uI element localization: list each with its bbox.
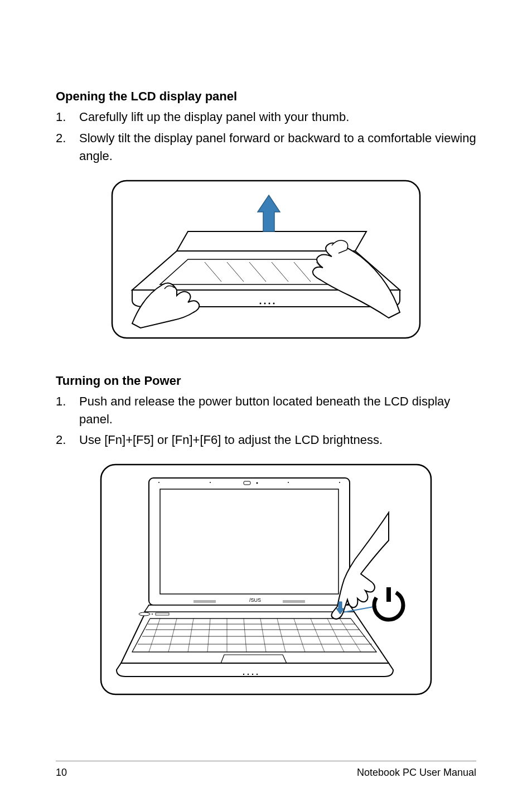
svg-point-43 (252, 674, 253, 675)
svg-point-41 (243, 674, 244, 675)
svg-rect-47 (386, 587, 391, 602)
section2-title: Turning on the Power (56, 374, 476, 388)
figure-open-lid (56, 178, 476, 340)
laptop-open-illustration (110, 178, 422, 340)
svg-point-19 (288, 482, 289, 483)
svg-point-9 (264, 302, 266, 304)
figure-power-on: /SUS (56, 462, 476, 697)
svg-point-8 (260, 302, 262, 304)
list-item: 1. Push and release the power button loc… (56, 393, 476, 428)
list-item: 1. Carefully lift up the display panel w… (56, 108, 476, 126)
svg-point-16 (257, 482, 258, 484)
section1-list: 1. Carefully lift up the display panel w… (56, 108, 476, 165)
list-number: 1. (56, 108, 79, 126)
list-text: Slowly tilt the display panel forward or… (79, 129, 476, 165)
section2-list: 1. Push and release the power button loc… (56, 393, 476, 450)
svg-point-18 (210, 482, 211, 483)
svg-rect-14 (160, 489, 338, 594)
svg-point-25 (152, 613, 153, 615)
svg-point-17 (158, 482, 159, 483)
svg-point-24 (139, 612, 150, 616)
laptop-power-illustration: /SUS (99, 462, 433, 697)
svg-rect-26 (156, 613, 169, 615)
svg-point-42 (248, 674, 249, 675)
page: Opening the LCD display panel 1. Careful… (0, 0, 532, 802)
list-text: Use [Fn]+[F5] or [Fn]+[F6] to adjust the… (79, 431, 476, 449)
list-item: 2. Use [Fn]+[F5] or [Fn]+[F6] to adjust … (56, 431, 476, 449)
svg-rect-15 (244, 481, 250, 485)
svg-rect-22 (194, 600, 216, 603)
list-text: Push and release the power button locate… (79, 393, 476, 428)
list-number: 2. (56, 129, 79, 165)
page-footer: 10 Notebook PC User Manual (56, 761, 476, 779)
svg-point-10 (269, 302, 270, 304)
svg-point-20 (339, 482, 340, 483)
section1-title: Opening the LCD display panel (56, 89, 476, 104)
list-number: 2. (56, 431, 79, 449)
svg-rect-23 (283, 600, 305, 603)
list-number: 1. (56, 393, 79, 428)
svg-point-44 (257, 674, 258, 675)
svg-text:/SUS: /SUS (249, 597, 261, 603)
list-item: 2. Slowly tilt the display panel forward… (56, 129, 476, 165)
doc-title: Notebook PC User Manual (357, 767, 476, 779)
list-text: Carefully lift up the display panel with… (79, 108, 476, 126)
page-number: 10 (56, 767, 67, 779)
footer-rule (56, 761, 476, 761)
svg-point-11 (273, 302, 275, 304)
